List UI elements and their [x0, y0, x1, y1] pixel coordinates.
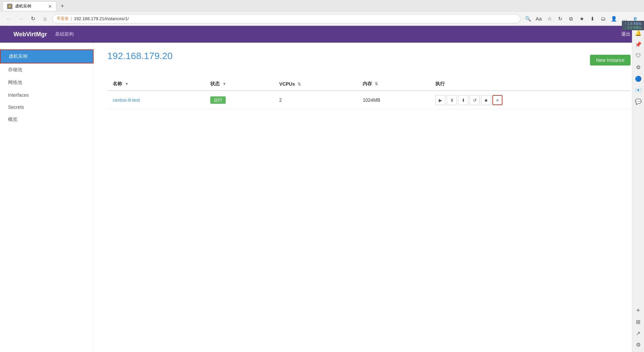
page-title: 192.168.179.20: [107, 51, 173, 61]
new-instance-button[interactable]: New Instance: [590, 55, 631, 65]
download-speed: ↓ 0.0 KB/s: [625, 26, 641, 30]
extension-icon-6[interactable]: 📧: [634, 85, 643, 95]
extension-icon-5[interactable]: 🔵: [634, 74, 643, 83]
extension-bottom-1[interactable]: ⊞: [634, 317, 643, 326]
action-buttons: ▶ ⏸ ⬇ ↺ ■ ≡: [435, 95, 625, 105]
sidebar-item-interfaces[interactable]: Interfaces: [0, 89, 94, 101]
sidebar: 虚机实例 存储池 网络池 Interfaces Secrets 概览: [0, 43, 94, 352]
navbar: WebVirtMgr 基础架构 退出: [0, 26, 644, 43]
extension-icon-7[interactable]: 💬: [634, 97, 643, 106]
browser-controls: ← → ↻ ⌂ 不安全 | 192.168.179.21/instances/1…: [0, 12, 644, 26]
zoom-button[interactable]: 🔍: [523, 14, 533, 24]
extension-icon-2[interactable]: 📌: [634, 40, 643, 49]
tab-close-button[interactable]: ✕: [48, 4, 52, 9]
download-button[interactable]: ⬇: [588, 14, 597, 24]
home-button[interactable]: ⌂: [40, 14, 50, 24]
col-vcpus: VCPUs ⇅: [274, 78, 358, 91]
instance-name-cell: centos-8-test: [107, 91, 205, 109]
sidebar-item-interfaces-label: Interfaces: [8, 92, 29, 98]
reload-button[interactable]: ↻: [28, 14, 38, 24]
sidebar-item-overview-label: 概览: [8, 117, 17, 123]
detail-button[interactable]: ≡: [492, 95, 502, 105]
sidebar-item-overview[interactable]: 概览: [0, 113, 94, 126]
sidebar-item-network[interactable]: 网络池: [0, 76, 94, 89]
sidebar-item-secrets-label: Secrets: [8, 104, 24, 110]
start-button[interactable]: ▶: [435, 95, 445, 105]
table-row: centos-8-test 运行 2 1024MB ▶ ⏸ ⬇: [107, 91, 631, 109]
tab-favicon: ⚡: [7, 4, 12, 9]
sidebar-item-instances-label: 虚机实例: [9, 53, 28, 59]
sidebar-item-storage-label: 存储池: [8, 67, 22, 73]
address-text: 192.168.179.21/instances/1/: [74, 16, 128, 21]
refresh-button[interactable]: ↻: [555, 14, 565, 24]
sidebar-item-storage[interactable]: 存储池: [0, 63, 94, 76]
add-extension-button[interactable]: +: [634, 306, 643, 315]
navbar-brand: WebVirtMgr: [13, 31, 47, 38]
profile-button[interactable]: 👤: [609, 14, 619, 24]
right-sidebar: 🔔 📌 🛡 ⚙ 🔵 📧 💬 + ⊞ ↗ ⚙: [632, 26, 644, 352]
security-warning: 不安全: [57, 16, 69, 21]
instance-memory-cell: 1024MB: [357, 91, 430, 109]
extension-icon-3[interactable]: 🛡: [634, 51, 643, 60]
instance-table: 名称 ▼ 状态 ▼ VCPUs ⇅ 内存 ⇅: [107, 78, 631, 109]
reader-button[interactable]: Aa: [534, 14, 543, 24]
col-memory: 内存 ⇅: [357, 78, 430, 91]
bookmark-button[interactable]: ☆: [545, 14, 554, 24]
migrate-button[interactable]: ⬇: [458, 95, 468, 105]
sidebar-item-instances[interactable]: 虚机实例: [0, 49, 94, 63]
status-badge: 运行: [210, 96, 226, 104]
sidebar-item-network-label: 网络池: [8, 80, 22, 86]
split-button[interactable]: ⧉: [566, 14, 576, 24]
col-actions: 执行: [430, 78, 631, 91]
extension-icon-4[interactable]: ⚙: [634, 62, 643, 72]
instance-vcpus-cell: 2: [274, 91, 358, 109]
page-header: 192.168.179.20 New Instance: [107, 51, 631, 70]
col-name: 名称 ▼: [107, 78, 205, 91]
col-memory-sort-icon[interactable]: ⇅: [375, 82, 378, 86]
instance-link[interactable]: centos-8-test: [113, 97, 140, 103]
reset-button[interactable]: ↺: [470, 95, 480, 105]
col-status: 状态 ▼: [205, 78, 274, 91]
navbar-left: WebVirtMgr 基础架构: [13, 31, 74, 38]
forward-button[interactable]: →: [16, 14, 25, 24]
main-content: 192.168.179.20 New Instance 名称 ▼ 状态 ▼: [94, 43, 644, 352]
extension-bottom-2[interactable]: ↗: [634, 328, 643, 338]
table-header-row: 名称 ▼ 状态 ▼ VCPUs ⇅ 内存 ⇅: [107, 78, 631, 91]
address-bar[interactable]: 不安全 | 192.168.179.21/instances/1/: [52, 14, 521, 24]
app: WebVirtMgr 基础架构 退出 虚机实例 存储池 网络池 Interfac…: [0, 26, 644, 352]
extension-bottom-3[interactable]: ⚙: [634, 340, 643, 349]
browser-chrome: ⚡ 虚机实例 ✕ + ← → ↻ ⌂ 不安全 | 192.168.179.21/…: [0, 0, 644, 26]
instance-status-cell: 运行: [205, 91, 274, 109]
col-name-sort-icon[interactable]: ▼: [125, 82, 129, 86]
collections-button[interactable]: 🗂: [598, 14, 608, 24]
new-tab-button[interactable]: +: [58, 1, 67, 11]
navbar-logout[interactable]: 退出: [621, 31, 631, 37]
stop-button[interactable]: ■: [481, 95, 491, 105]
favorites-button[interactable]: ★: [577, 14, 586, 24]
col-vcpus-sort-icon[interactable]: ⇅: [298, 82, 301, 87]
sidebar-item-secrets[interactable]: Secrets: [0, 101, 94, 113]
content-area: 虚机实例 存储池 网络池 Interfaces Secrets 概览 192.1…: [0, 43, 644, 352]
tab-bar: ⚡ 虚机实例 ✕ +: [0, 0, 644, 12]
col-status-sort-icon[interactable]: ▼: [222, 82, 226, 86]
instance-actions-cell: ▶ ⏸ ⬇ ↺ ■ ≡: [430, 91, 631, 109]
upload-speed: ↑ 1.6 KB/s: [625, 21, 641, 26]
speed-indicator: ↑ 1.6 KB/s ↓ 0.0 KB/s: [622, 21, 644, 30]
navbar-nav-link[interactable]: 基础架构: [55, 31, 74, 37]
pause-button[interactable]: ⏸: [447, 95, 457, 105]
active-tab[interactable]: ⚡ 虚机实例 ✕: [3, 1, 56, 11]
back-button[interactable]: ←: [4, 14, 13, 24]
tab-title: 虚机实例: [15, 3, 45, 9]
